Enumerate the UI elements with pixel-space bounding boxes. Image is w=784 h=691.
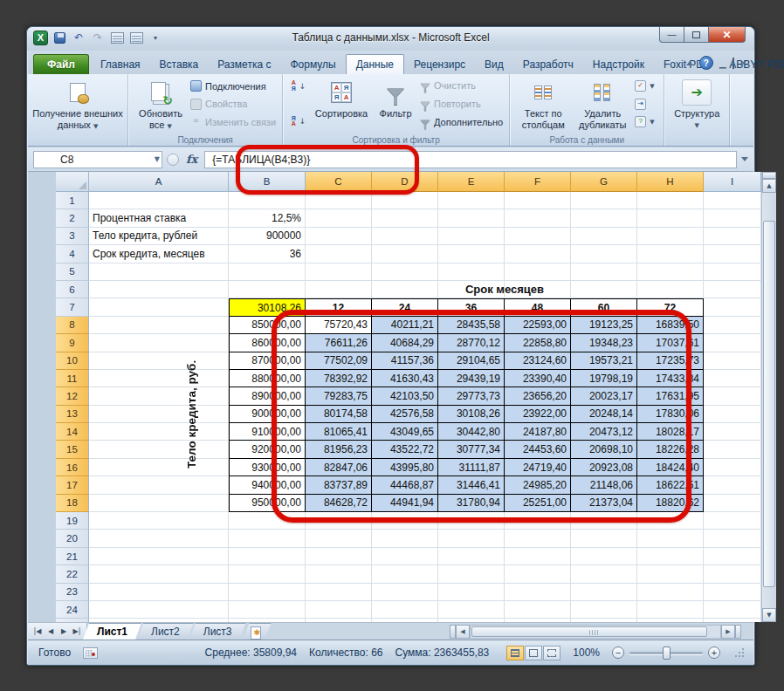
cell-D20[interactable] [372,530,438,547]
cell-I23[interactable] [704,584,761,601]
cell-B6[interactable] [229,281,306,298]
consolidate-button[interactable]: ⇥ [635,99,646,110]
cell-B4[interactable]: 36 [229,245,306,263]
cell-G11[interactable]: 19798,19 [571,370,637,387]
column-header-H[interactable]: H [637,172,704,192]
select-all-corner[interactable] [56,172,89,192]
cell-F1[interactable] [505,192,571,209]
cell-C1[interactable] [306,192,372,209]
row-header-13[interactable]: 13 [56,406,89,423]
tab-формулы[interactable]: Формулы [280,55,345,74]
tab-главная[interactable]: Главная [91,55,150,74]
cell-I15[interactable] [704,441,761,458]
cell-D21[interactable] [372,548,438,565]
cell-E15[interactable]: 30777,34 [438,441,505,458]
cell-E10[interactable]: 29104,65 [438,352,505,370]
row-header-9[interactable]: 9 [56,334,89,352]
tab-данные[interactable]: Данные [346,54,404,74]
advanced-filter-button[interactable]: Дополнительно [420,117,503,127]
text-to-columns-button[interactable]: Текст по столбцам [514,77,572,134]
cell-F21[interactable] [505,548,571,565]
cell-E4[interactable] [438,245,505,263]
cell-F16[interactable]: 24719,40 [505,459,571,476]
remove-duplicates-button[interactable]: Удалить дубликаты [572,77,633,134]
row-header-18[interactable]: 18 [56,495,89,512]
cell-C13[interactable]: 80174,58 [306,406,372,423]
row-header-3[interactable]: 3 [56,228,89,245]
cell-D2[interactable] [372,209,438,227]
cell-G22[interactable] [571,565,637,583]
cell-I6[interactable] [704,281,761,298]
edit-links-button[interactable]: ∞Изменить связи [190,116,276,127]
cell-A21[interactable] [89,548,229,565]
cell-C2[interactable] [306,209,372,227]
workbook-minimize-icon[interactable]: ▁ [719,58,726,68]
workbook-close-icon[interactable]: ✕ [740,58,747,68]
row-header-7[interactable]: 7 [56,298,89,316]
cell-D17[interactable]: 44468,87 [372,476,438,494]
cell-G1[interactable] [571,192,637,209]
cell-F5[interactable] [505,263,571,281]
row-header-15[interactable]: 15 [56,441,89,458]
cell-G9[interactable]: 19348,23 [571,334,637,352]
cell-E21[interactable] [438,548,505,565]
cell-F24[interactable] [505,601,571,619]
cell-D10[interactable]: 41157,36 [372,352,438,370]
cell-E7[interactable]: 36 [438,298,505,316]
cell-I8[interactable] [704,317,761,334]
row-header-12[interactable]: 12 [56,387,89,405]
row-header-19[interactable]: 19 [56,512,89,530]
column-header-C[interactable]: C [306,172,372,192]
cell-F9[interactable]: 22858,80 [505,334,571,352]
cell-B7[interactable]: 30108,26 [229,298,306,316]
cell-G8[interactable]: 19123,25 [571,317,637,334]
cell-H14[interactable]: 18028,17 [637,423,704,441]
cell-G10[interactable]: 19573,21 [571,352,637,370]
scroll-up-icon[interactable]: ▲ [762,179,776,193]
cell-A23[interactable] [89,584,229,601]
cell-G24[interactable] [571,601,637,619]
cell-A1[interactable] [89,192,229,209]
cell-E13[interactable]: 30108,26 [438,406,505,423]
cell-I24[interactable] [704,601,761,619]
cell-F14[interactable]: 24187,80 [505,423,571,441]
cell-F12[interactable]: 23656,20 [505,387,571,405]
sheet-tab-лист2[interactable]: Лист2 [137,623,194,640]
scroll-down-icon[interactable]: ▼ [762,608,776,622]
properties-button[interactable]: Свойства [190,99,276,110]
scroll-right-icon[interactable]: ▶ [721,625,735,639]
restore-button[interactable] [684,27,709,43]
cell-A5[interactable] [89,263,229,281]
close-button[interactable]: ✕ [709,27,746,43]
cell-I5[interactable] [704,263,761,281]
reapply-button[interactable]: Повторить [420,99,503,109]
cell-A2[interactable]: Процентная ставка [89,209,229,227]
column-header-A[interactable]: A [89,172,229,192]
cell-B24[interactable] [229,601,306,619]
minimize-button[interactable]: — [659,27,684,43]
row-header-23[interactable]: 23 [56,584,89,601]
cell-H18[interactable]: 18820,62 [637,495,704,512]
cell-D13[interactable]: 42576,58 [372,406,438,423]
cell-F15[interactable]: 24453,60 [505,441,571,458]
expand-formula-bar-icon[interactable] [741,157,748,161]
cell-D15[interactable]: 43522,72 [372,441,438,458]
cell-I11[interactable] [704,370,761,387]
cell-G23[interactable] [571,584,637,601]
cell-I4[interactable] [704,245,761,263]
cell-C24[interactable] [306,601,372,619]
cell-G14[interactable]: 20473,12 [571,423,637,441]
cell-G21[interactable] [571,548,637,565]
prev-sheet-button[interactable]: ◀ [45,627,57,635]
cell-B9[interactable]: 860000,00 [229,334,306,352]
formula-bar-circle-button[interactable] [167,154,179,166]
cell-H2[interactable] [637,209,704,227]
cell-F20[interactable] [505,530,571,547]
h-scroll-track[interactable] [470,625,721,639]
cell-H7[interactable]: 72 [637,298,704,316]
cell-G2[interactable] [571,209,637,227]
cell-C12[interactable]: 79283,75 [306,387,372,405]
cell-A22[interactable] [89,565,229,583]
cell-D24[interactable] [372,601,438,619]
column-header-B[interactable]: B [229,172,306,192]
